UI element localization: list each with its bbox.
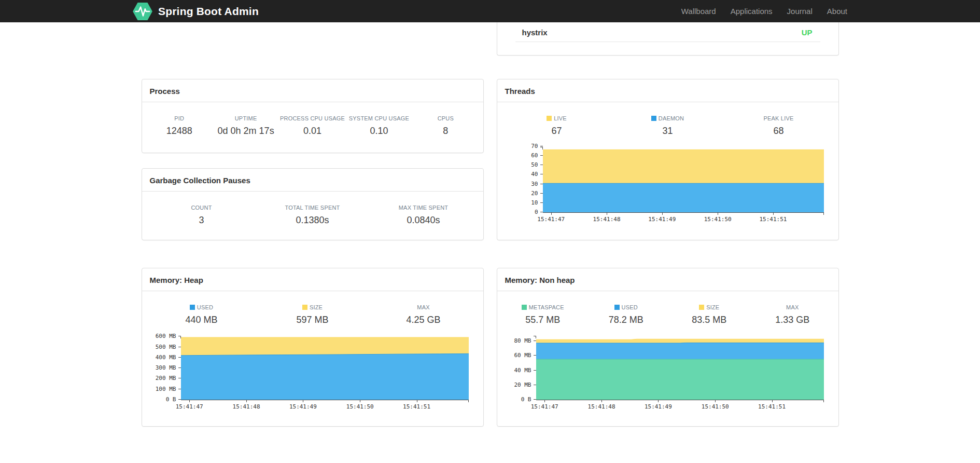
application-name-link[interactable]: hystrix [522,28,548,37]
row-process-threads: Process PID 12488 UPTIME 0d 0h 2m 17s PR… [142,79,839,240]
application-status-badge: UP [802,28,813,37]
stat-threads-daemon: DAEMON 31 [612,115,723,137]
memory-nonheap-chart-plot: 0 B20 MB40 MB60 MB80 MB15:41:4715:41:481… [536,336,824,400]
stat-label: SIZE [706,304,719,310]
stat-label: METASPACE [529,304,564,310]
memory-heap-panel: Memory: Heap USED 440 MB SIZE 597 MB MAX [142,268,484,427]
brand-title: Spring Boot Admin [158,5,259,18]
stat-label: TOTAL TIME SPENT [285,205,340,211]
stat-label: PID [174,115,184,121]
memory-nonheap-chart: 0 B20 MB40 MB60 MB80 MB15:41:4715:41:481… [497,333,838,415]
memory-heap-chart-plot: 0 B100 MB200 MB300 MB400 MB500 MB600 MB1… [181,336,469,400]
memory-heap-chart: 0 B100 MB200 MB300 MB400 MB500 MB600 MB1… [142,333,483,415]
process-stats: PID 12488 UPTIME 0d 0h 2m 17s PROCESS CP… [142,102,483,139]
stat-pid: PID 12488 [146,115,213,137]
stat-value: 67 [501,126,612,137]
gc-panel-title: Garbage Collection Pauses [142,169,483,192]
stat-heap-used: USED 440 MB [146,304,257,325]
stat-label: DAEMON [659,115,684,121]
stat-nonheap-max: MAX 1.33 GB [751,304,834,325]
stat-label: CPUS [438,115,454,121]
nav-journal[interactable]: Journal [780,7,820,16]
stat-gc-count: COUNT 3 [146,204,257,226]
stat-value: 12488 [146,126,213,137]
memory-heap-title: Memory: Heap [142,268,483,291]
threads-panel: Threads LIVE 67 DAEMON 31 PEAK LIVE 68 [497,79,839,240]
memory-nonheap-legend: METASPACE 55.7 MB USED 78.2 MB SIZE 83.5… [497,291,838,328]
nav-applications[interactable]: Applications [723,7,780,16]
stat-value: 31 [612,126,723,137]
threads-legend: LIVE 67 DAEMON 31 PEAK LIVE 68 [497,102,838,139]
memory-heap-legend: USED 440 MB SIZE 597 MB MAX 4.25 GB [142,291,483,328]
row-memory: Memory: Heap USED 440 MB SIZE 597 MB MAX [142,268,839,427]
stat-value: 3 [146,215,257,226]
stat-value: 1.33 GB [751,315,834,325]
process-panel-title: Process [142,79,483,102]
stat-value: 0.10 [346,126,412,137]
live-series-swatch [547,116,552,121]
gc-pauses-panel: Garbage Collection Pauses COUNT 3 TOTAL … [142,168,484,240]
stat-label: USED [197,304,213,310]
size-series-swatch [302,305,307,310]
memory-nonheap-panel: Memory: Non heap METASPACE 55.7 MB USED … [497,268,839,427]
stat-label: MAX TIME SPENT [399,205,449,211]
stat-value: 0.01 [279,126,345,137]
stat-process-cpu: PROCESS CPU USAGE 0.01 [279,115,345,137]
used-series-swatch [190,305,195,310]
stat-label: LIVE [554,115,567,121]
top-navbar: Spring Boot Admin Wallboard Applications… [0,0,980,22]
spring-boot-admin-logo-icon [133,3,152,20]
stat-value: 68 [723,126,834,137]
stat-value: 83.5 MB [668,315,751,325]
stat-label: SYSTEM CPU USAGE [349,115,409,121]
stat-value: 440 MB [146,315,257,325]
threads-panel-title: Threads [497,79,838,102]
applications-panel: hystrix UP [497,22,839,56]
stat-value: 55.7 MB [501,315,585,325]
stat-nonheap-size: SIZE 83.5 MB [668,304,751,325]
main-nav: Wallboard Applications Journal About [674,7,847,16]
stat-threads-peak: PEAK LIVE 68 [723,115,834,137]
threads-chart: 01020304050607015:41:4715:41:4815:41:491… [497,144,838,227]
application-row-divider [515,42,820,42]
stat-value: 4.25 GB [368,315,479,325]
stat-value: 597 MB [257,315,368,325]
metaspace-series-swatch [522,305,527,310]
stat-system-cpu: SYSTEM CPU USAGE 0.10 [346,115,412,137]
gc-stats: COUNT 3 TOTAL TIME SPENT 0.1380s MAX TIM… [142,192,483,228]
stat-value: 78.2 MB [584,315,668,325]
stat-label: PEAK LIVE [763,115,793,121]
stat-gc-total-time: TOTAL TIME SPENT 0.1380s [257,204,368,226]
stat-label: PROCESS CPU USAGE [280,115,345,121]
stat-label: COUNT [191,205,212,211]
stat-value: 8 [412,126,479,137]
stat-nonheap-used: USED 78.2 MB [584,304,668,325]
stat-value: 0d 0h 2m 17s [213,126,279,137]
threads-chart-plot: 01020304050607015:41:4715:41:4815:41:491… [543,147,824,213]
stat-threads-live: LIVE 67 [501,115,612,137]
stat-heap-size: SIZE 597 MB [257,304,368,325]
page: Spring Boot Admin Wallboard Applications… [0,0,980,463]
stat-label: SIZE [310,304,323,310]
application-row: hystrix UP [497,22,838,42]
stat-nonheap-metaspace: METASPACE 55.7 MB [501,304,585,325]
stat-value: 0.0840s [368,215,479,226]
stat-label: USED [622,304,638,310]
memory-nonheap-title: Memory: Non heap [497,268,838,291]
row-applications: hystrix UP [142,22,839,56]
stat-heap-max: MAX 4.25 GB [368,304,479,325]
stat-label: UPTIME [235,115,257,121]
size-series-swatch [699,305,704,310]
stat-label: MAX [786,304,799,310]
nav-wallboard[interactable]: Wallboard [674,7,723,16]
brand-link[interactable]: Spring Boot Admin [133,3,259,20]
stat-value: 0.1380s [257,215,368,226]
daemon-series-swatch [651,116,656,121]
stat-cpus: CPUS 8 [412,115,479,137]
process-panel: Process PID 12488 UPTIME 0d 0h 2m 17s PR… [142,79,484,153]
stat-label: MAX [417,304,429,310]
stat-gc-max-time: MAX TIME SPENT 0.0840s [368,204,479,226]
nav-about[interactable]: About [820,7,847,16]
used-series-swatch [614,305,620,310]
stat-uptime: UPTIME 0d 0h 2m 17s [213,115,279,137]
